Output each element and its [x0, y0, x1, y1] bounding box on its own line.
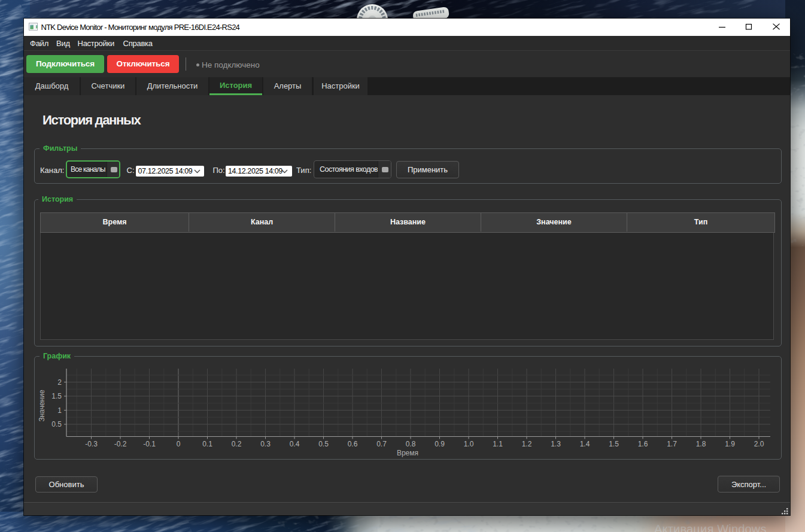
svg-text:1.1: 1.1	[493, 440, 503, 448]
svg-text:1: 1	[57, 406, 62, 415]
svg-text:0.8: 0.8	[406, 440, 416, 448]
svg-text:0.5: 0.5	[318, 440, 329, 448]
svg-text:2.0: 2.0	[754, 440, 764, 448]
svg-text:1.5: 1.5	[609, 440, 619, 448]
svg-text:1.5: 1.5	[51, 392, 62, 400]
svg-text:-0.1: -0.1	[143, 440, 156, 448]
svg-text:0: 0	[177, 440, 181, 448]
svg-text:1.8: 1.8	[696, 440, 706, 448]
svg-text:1.2: 1.2	[522, 440, 532, 448]
svg-text:0.4: 0.4	[290, 440, 300, 448]
svg-text:1.0: 1.0	[464, 440, 474, 448]
svg-text:0.6: 0.6	[348, 440, 358, 448]
svg-text:0.3: 0.3	[260, 440, 271, 448]
svg-text:1.3: 1.3	[551, 440, 561, 448]
svg-text:0.7: 0.7	[376, 440, 387, 448]
svg-text:2: 2	[57, 378, 62, 387]
svg-text:Активация Windows: Активация Windows	[654, 522, 767, 532]
svg-text:0.2: 0.2	[232, 440, 242, 448]
svg-text:0.5: 0.5	[51, 420, 62, 428]
svg-text:1.4: 1.4	[580, 440, 590, 448]
svg-text:0.1: 0.1	[202, 440, 212, 448]
svg-text:Время: Время	[397, 449, 418, 457]
svg-text:1.6: 1.6	[638, 440, 648, 448]
svg-text:1.7: 1.7	[667, 440, 677, 448]
svg-text:-0.3: -0.3	[85, 440, 98, 448]
svg-text:1.9: 1.9	[725, 440, 735, 448]
svg-text:Значение: Значение	[38, 390, 46, 422]
svg-text:-0.2: -0.2	[114, 440, 127, 448]
svg-text:0.9: 0.9	[435, 440, 445, 448]
